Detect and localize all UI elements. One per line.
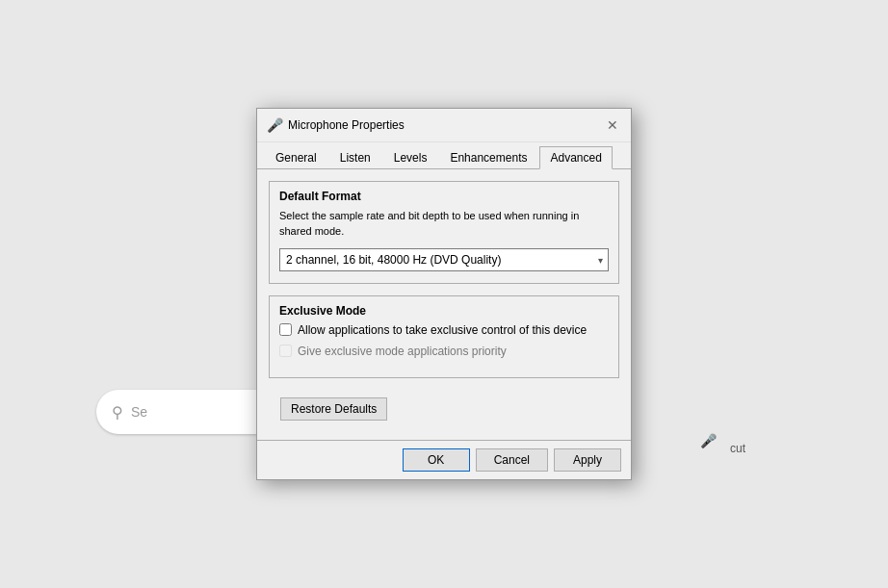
restore-defaults-button[interactable]: Restore Defaults bbox=[280, 397, 387, 421]
restore-area: Restore Defaults bbox=[269, 390, 619, 428]
apply-button[interactable]: Apply bbox=[554, 448, 621, 472]
tab-listen[interactable]: Listen bbox=[329, 146, 381, 168]
ok-button[interactable]: OK bbox=[403, 448, 470, 472]
exclusive-mode-section: Exclusive Mode Allow applications to tak… bbox=[269, 295, 619, 378]
exclusive-control-checkbox[interactable] bbox=[279, 323, 292, 336]
button-bar: OK Cancel Apply bbox=[257, 440, 631, 479]
tab-general[interactable]: General bbox=[265, 146, 327, 168]
default-format-section: Default Format Select the sample rate an… bbox=[269, 181, 619, 284]
dialog-title: Microphone Properties bbox=[288, 118, 604, 132]
dialog-overlay: 🎤 Microphone Properties ✕ General Listen… bbox=[0, 0, 888, 588]
exclusive-priority-checkbox[interactable] bbox=[279, 345, 292, 357]
sample-rate-dropdown-container: 2 channel, 16 bit, 48000 Hz (DVD Quality… bbox=[279, 248, 609, 271]
tab-levels[interactable]: Levels bbox=[383, 146, 438, 168]
tabs-bar: General Listen Levels Enhancements Advan… bbox=[257, 142, 631, 169]
close-button[interactable]: ✕ bbox=[604, 116, 621, 134]
default-format-desc: Select the sample rate and bit depth to … bbox=[279, 209, 609, 239]
dialog-window: 🎤 Microphone Properties ✕ General Listen… bbox=[256, 108, 632, 480]
title-bar: 🎤 Microphone Properties ✕ bbox=[257, 109, 631, 142]
tab-advanced[interactable]: Advanced bbox=[539, 146, 612, 169]
exclusive-control-item: Allow applications to take exclusive con… bbox=[279, 323, 609, 337]
exclusive-priority-label: Give exclusive mode applications priorit… bbox=[298, 345, 507, 358]
default-format-title: Default Format bbox=[279, 190, 609, 203]
exclusive-priority-item: Give exclusive mode applications priorit… bbox=[279, 345, 609, 358]
cancel-button[interactable]: Cancel bbox=[476, 448, 548, 472]
exclusive-mode-title: Exclusive Mode bbox=[279, 304, 609, 318]
tab-enhancements[interactable]: Enhancements bbox=[439, 146, 537, 168]
dialog-body: Default Format Select the sample rate an… bbox=[257, 169, 631, 440]
title-icon: 🎤 bbox=[267, 117, 282, 133]
sample-rate-dropdown[interactable]: 2 channel, 16 bit, 48000 Hz (DVD Quality… bbox=[279, 248, 609, 271]
exclusive-control-label: Allow applications to take exclusive con… bbox=[298, 323, 587, 337]
